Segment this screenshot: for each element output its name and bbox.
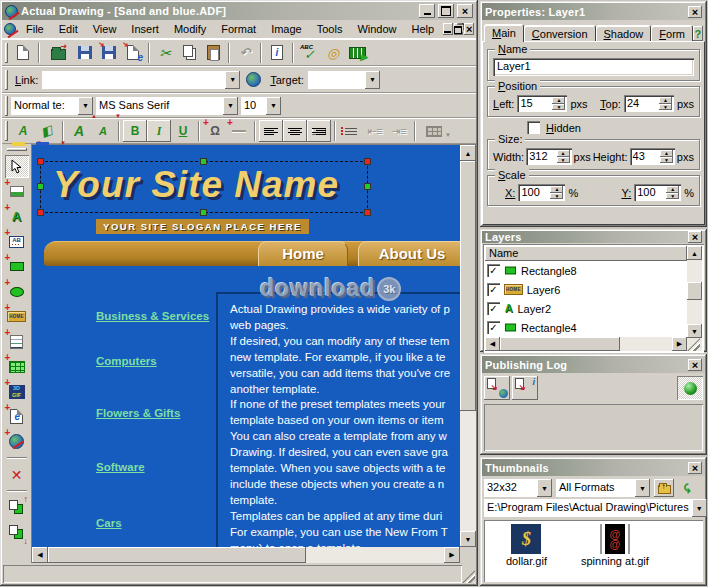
publishing-titlebar[interactable]: Publishing Log bbox=[482, 356, 705, 373]
publishing-close-button[interactable] bbox=[688, 359, 702, 371]
thumbnail-item[interactable]: @@ spinning at.gif bbox=[581, 524, 649, 582]
menu-image[interactable]: Image bbox=[264, 21, 309, 37]
template-link-computers[interactable]: Computers bbox=[96, 355, 157, 367]
hotspot-button[interactable]: ◎ bbox=[321, 42, 345, 64]
style-combobox[interactable]: Normal te: bbox=[11, 97, 93, 115]
resize-grip[interactable] bbox=[462, 570, 475, 583]
template-link-business[interactable]: Business & Services bbox=[96, 310, 209, 322]
toolbar-gripper[interactable] bbox=[7, 148, 27, 151]
scale-y-input[interactable]: 100 bbox=[634, 184, 681, 201]
scroll-up-button[interactable] bbox=[460, 145, 476, 161]
insert-image-tool[interactable] bbox=[5, 180, 29, 203]
insert-rectangle-tool[interactable] bbox=[5, 255, 29, 278]
link-dropdown-button[interactable] bbox=[225, 71, 240, 89]
selection-handle[interactable] bbox=[364, 158, 371, 165]
insert-form-tool[interactable] bbox=[5, 330, 29, 353]
copy-button[interactable] bbox=[177, 42, 201, 64]
table-dropdown[interactable]: ▼ bbox=[445, 132, 451, 138]
menu-window[interactable]: Window bbox=[350, 21, 403, 37]
horizontal-scroll-thumb[interactable] bbox=[48, 547, 306, 563]
undo-button[interactable]: ↶ bbox=[233, 42, 257, 64]
toolbar-gripper[interactable] bbox=[5, 70, 8, 90]
bullet-list-button[interactable] bbox=[339, 120, 363, 142]
vertical-scroll-thumb[interactable] bbox=[460, 161, 476, 411]
scroll-track[interactable] bbox=[687, 300, 702, 324]
thumbnails-close-button[interactable] bbox=[688, 462, 702, 474]
properties-titlebar[interactable]: Properties: Layer1 bbox=[482, 3, 705, 20]
send-to-back-tool[interactable] bbox=[5, 521, 29, 544]
fill-color-button[interactable]: ◧▼ bbox=[35, 120, 59, 142]
layers-close-button[interactable] bbox=[688, 231, 702, 243]
font-size-value[interactable]: 10 bbox=[241, 97, 266, 115]
layer-visible-checkbox[interactable] bbox=[487, 321, 500, 334]
height-input[interactable]: 43 bbox=[630, 148, 675, 165]
insert-table-tool[interactable] bbox=[5, 355, 29, 378]
paste-button[interactable] bbox=[201, 42, 225, 64]
scroll-right-button[interactable] bbox=[444, 547, 460, 563]
vertical-scroll-thumb[interactable] bbox=[687, 282, 702, 300]
font-dropdown-button[interactable] bbox=[223, 97, 238, 115]
folder-up-button[interactable] bbox=[654, 479, 674, 497]
template-link-flowers[interactable]: Flowers & Gifts bbox=[96, 407, 180, 419]
doc-close-button[interactable] bbox=[464, 23, 474, 35]
properties-button[interactable]: i bbox=[265, 42, 289, 64]
browse-link-button[interactable] bbox=[240, 69, 266, 91]
publishing-log-list[interactable] bbox=[484, 404, 703, 451]
new-document-button[interactable] bbox=[11, 42, 35, 64]
tab-form[interactable]: Form bbox=[651, 25, 693, 41]
left-spinner[interactable] bbox=[552, 97, 565, 110]
format-filter-dropdown[interactable] bbox=[635, 479, 650, 497]
scroll-track[interactable] bbox=[306, 547, 444, 563]
canvas-vertical-scrollbar[interactable] bbox=[460, 145, 476, 547]
grow-font-button[interactable]: A bbox=[67, 120, 91, 142]
font-color-button[interactable]: A▼ bbox=[11, 120, 35, 142]
table-button[interactable]: ▼ bbox=[419, 120, 449, 142]
style-value[interactable]: Normal te: bbox=[11, 97, 78, 115]
font-size-dropdown-button[interactable] bbox=[266, 97, 281, 115]
target-value[interactable] bbox=[308, 71, 365, 89]
template-tab-about[interactable]: About Us bbox=[358, 241, 460, 266]
layer-row[interactable]: Rectangle8 bbox=[485, 261, 687, 280]
layers-titlebar[interactable]: Layers bbox=[482, 231, 705, 243]
preview-in-browser-button[interactable]: e bbox=[121, 42, 145, 64]
selection-handle[interactable] bbox=[37, 158, 44, 165]
target-combobox[interactable] bbox=[308, 71, 380, 89]
thumbnails-titlebar[interactable]: Thumbnails bbox=[482, 459, 705, 476]
font-combobox[interactable]: MS Sans Serif bbox=[96, 97, 238, 115]
close-button[interactable] bbox=[457, 4, 473, 18]
refresh-button[interactable]: ↷ bbox=[678, 479, 698, 497]
width-spinner[interactable] bbox=[557, 150, 570, 163]
scale-y-spinner[interactable] bbox=[666, 186, 679, 199]
spell-check-button[interactable]: ABC bbox=[297, 42, 321, 64]
format-filter-combobox[interactable]: All Formats bbox=[556, 479, 650, 497]
menu-edit[interactable]: Edit bbox=[52, 21, 85, 37]
scroll-left-button[interactable] bbox=[485, 337, 500, 351]
align-left-button[interactable] bbox=[259, 120, 283, 142]
template-link-cars[interactable]: Cars bbox=[96, 517, 122, 529]
format-filter-value[interactable]: All Formats bbox=[556, 479, 635, 497]
underline-button[interactable]: U bbox=[171, 120, 195, 142]
scale-x-spinner[interactable] bbox=[550, 186, 563, 199]
layer-name-input[interactable]: Layer1 bbox=[493, 58, 694, 76]
layer-visible-checkbox[interactable] bbox=[487, 264, 500, 277]
left-input[interactable]: 15 bbox=[517, 95, 567, 112]
italic-button[interactable]: I bbox=[147, 120, 171, 142]
online-mode-toggle[interactable] bbox=[677, 376, 703, 400]
open-button[interactable] bbox=[43, 42, 73, 64]
scroll-up-button[interactable] bbox=[687, 246, 702, 260]
path-value[interactable]: E:\Program Files\Actual Drawing\Pictures bbox=[484, 499, 692, 517]
menu-modify[interactable]: Modify bbox=[167, 21, 213, 37]
layer-row[interactable]: HOME Layer6 bbox=[485, 280, 687, 299]
link-combobox[interactable] bbox=[42, 71, 240, 89]
link-value[interactable] bbox=[42, 71, 225, 89]
menu-insert[interactable]: Insert bbox=[124, 21, 166, 37]
maximize-button[interactable] bbox=[438, 4, 454, 18]
horizontal-line-button[interactable] bbox=[227, 120, 251, 142]
template-link-software[interactable]: Software bbox=[96, 461, 145, 473]
insert-button-tool[interactable]: HOME bbox=[5, 305, 29, 328]
thumbnail-size-combobox[interactable]: 32x32 bbox=[484, 479, 552, 497]
template-text-box[interactable]: Actual Drawing provides a wide variety o… bbox=[216, 292, 460, 547]
font-value[interactable]: MS Sans Serif bbox=[96, 97, 223, 115]
layers-name-column-header[interactable]: Name bbox=[485, 246, 687, 261]
insert-text-tool[interactable]: A bbox=[5, 205, 29, 228]
